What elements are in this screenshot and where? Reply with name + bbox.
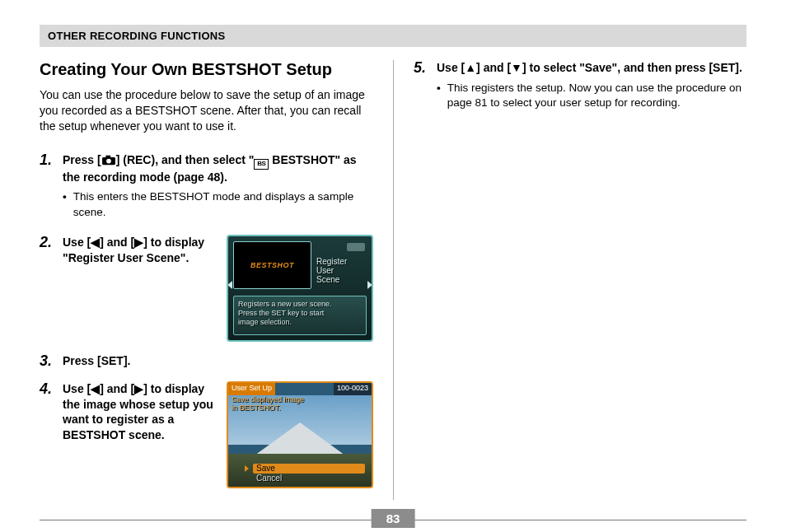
step-5-bullet: This registers the setup. Now you can us… — [437, 81, 746, 110]
svg-point-2 — [106, 158, 111, 163]
step-3: 3. Press [SET]. — [40, 353, 373, 370]
text-fragment: ] (REC), and then select " — [116, 153, 255, 166]
mode-badge-icon — [347, 243, 365, 251]
step-number: 3. — [40, 353, 56, 370]
step-1-bullet: This enters the BESTSHOT mode and displa… — [63, 189, 373, 219]
manual-page: OTHER RECORDING FUNCTIONS Creating Your … — [0, 0, 786, 532]
text-line: image selection. — [238, 318, 362, 327]
dialog-titlebar: User Set Up 100-0023 — [228, 383, 372, 395]
menu-option-save: Save — [253, 464, 365, 474]
bs-icon: BS — [254, 159, 269, 170]
scene-description-box: Registers a new user scene. Press the SE… — [233, 296, 367, 335]
section-header: OTHER RECORDING FUNCTIONS — [40, 25, 746, 47]
step-number: 5. — [414, 60, 430, 114]
intro-paragraph: You can use the procedure below to save … — [40, 87, 373, 134]
dialog-subtitle: Save displayed image in BESTSHOT. — [232, 395, 304, 413]
text-line: in BESTSHOT. — [232, 404, 304, 412]
step-4-text: Use [◀] and [▶] to display the image who… — [63, 381, 215, 444]
bullet-text: This enters the BESTSHOT mode and displa… — [73, 189, 373, 219]
page-title: Creating Your Own BESTSHOT Setup — [40, 60, 373, 79]
right-column: 5. Use [▲] and [▼] to select "Save", and… — [393, 60, 746, 500]
photo-mountain — [255, 422, 345, 455]
text-line: User — [316, 266, 367, 275]
dialog-title: User Set Up — [228, 383, 275, 395]
step-number: 1. — [40, 152, 56, 223]
step-1: 1. Press [] (REC), and then select "BS B… — [40, 152, 373, 223]
camera-icon — [101, 154, 116, 170]
bullet-text: This registers the setup. Now you can us… — [447, 81, 746, 110]
save-cancel-menu: Save Cancel — [253, 464, 365, 484]
step-number: 2. — [40, 235, 56, 342]
bestshot-preview-thumb: BESTSHOT — [233, 241, 311, 289]
text-line: Scene — [316, 275, 367, 284]
step-1-text: Press [] (REC), and then select "BS BEST… — [63, 152, 373, 185]
menu-selector-arrow-icon — [245, 465, 249, 472]
step-5-text: Use [▲] and [▼] to select "Save", and th… — [437, 60, 746, 76]
two-column-layout: Creating Your Own BESTSHOT Setup You can… — [40, 60, 746, 500]
footer-divider: 83 — [40, 520, 746, 520]
image-counter: 100-0023 — [334, 383, 372, 395]
menu-option-cancel: Cancel — [253, 474, 365, 484]
text-line: Registers a new user scene. — [238, 300, 362, 309]
nav-right-arrow-icon — [367, 281, 372, 289]
text-fragment: Press [ — [63, 153, 101, 166]
step-3-text: Press [SET]. — [63, 353, 373, 369]
text-line: Register — [316, 257, 367, 266]
text-line: Save displayed image — [232, 395, 304, 404]
text-line: Press the SET key to start — [238, 309, 362, 318]
page-footer: 83 — [40, 520, 746, 520]
nav-left-arrow-icon — [227, 281, 232, 289]
step-number: 4. — [40, 381, 56, 488]
step-2-text: Use [◀] and [▶] to display "Register Use… — [63, 235, 215, 266]
left-column: Creating Your Own BESTSHOT Setup You can… — [40, 60, 393, 500]
screenshot-user-set-up: User Set Up 100-0023 Save displayed imag… — [227, 381, 373, 488]
svg-rect-1 — [105, 155, 110, 157]
step-2: 2. Use [◀] and [▶] to display "Register … — [40, 235, 373, 342]
bestshot-logo-text: BESTSHOT — [250, 261, 294, 269]
step-5: 5. Use [▲] and [▼] to select "Save", and… — [414, 60, 746, 114]
page-number-badge: 83 — [372, 509, 415, 528]
step-4: 4. Use [◀] and [▶] to display the image … — [40, 381, 373, 488]
screenshot-register-user-scene: BESTSHOT Register User Scene Registers a… — [227, 235, 373, 342]
